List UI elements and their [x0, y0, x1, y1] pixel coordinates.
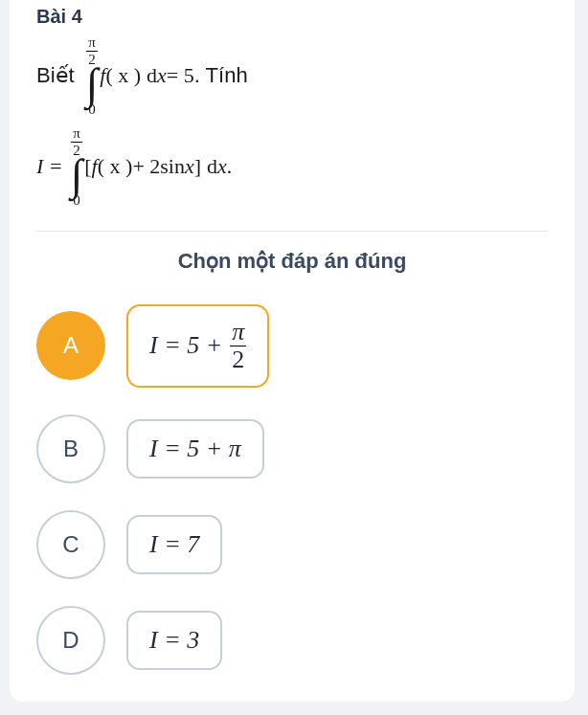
option-c-box[interactable]: I = 7 [126, 515, 222, 574]
divider [36, 231, 548, 232]
option-b-circle[interactable]: B [36, 414, 105, 483]
word-biet: Biết [36, 63, 75, 88]
question-line-1: Biết π 2 ∫ 0 f ( x ) d x = 5 . Tính [36, 35, 548, 117]
option-c-circle[interactable]: C [36, 510, 105, 579]
integral-sign-icon: ∫ [71, 158, 83, 193]
option-a-circle[interactable]: A [36, 311, 105, 380]
integral-1: π 2 ∫ 0 [86, 35, 99, 117]
option-c-text: I = 7 [149, 530, 199, 559]
option-b-box[interactable]: I = 5 + π [126, 419, 264, 479]
question-number-title: Bài 4 [36, 6, 548, 28]
option-a-prefix: I = 5 + [149, 331, 222, 360]
question-card: Bài 4 Biết π 2 ∫ 0 f ( x ) d x = [10, 0, 575, 702]
option-c[interactable]: C I = 7 [36, 510, 548, 579]
integral-2: π 2 ∫ 0 [71, 126, 83, 208]
options-list: A I = 5 + π 2 B I = 5 + π C I = 7 [36, 304, 548, 675]
option-d-box[interactable]: I = 3 [126, 611, 222, 670]
option-b[interactable]: B I = 5 + π [36, 414, 548, 483]
question-block: Biết π 2 ∫ 0 f ( x ) d x = 5 . Tính [36, 35, 548, 208]
choose-prompt: Chọn một đáp án đúng [36, 249, 548, 274]
option-b-text: I = 5 + π [149, 435, 241, 463]
option-a-box[interactable]: I = 5 + π 2 [126, 304, 269, 388]
option-a-frac: π 2 [230, 320, 246, 372]
option-d[interactable]: D I = 3 [36, 606, 548, 675]
option-a[interactable]: A I = 5 + π 2 [36, 304, 548, 388]
option-d-text: I = 3 [149, 626, 199, 655]
question-line-2: I = π 2 ∫ 0 [ f ( x ) + 2sin x ] d [36, 126, 548, 208]
integral-sign-icon: ∫ [86, 67, 99, 102]
option-d-circle[interactable]: D [36, 606, 105, 675]
